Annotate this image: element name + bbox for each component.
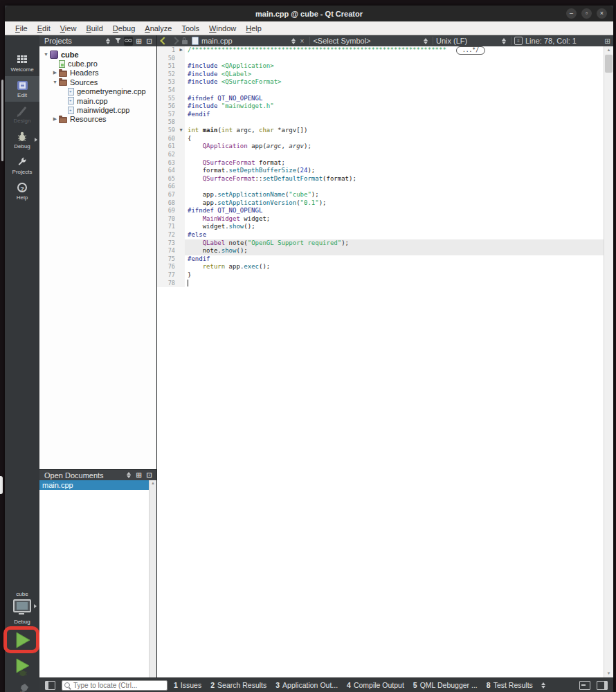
- tree-item-main.cpp[interactable]: main.cpp: [39, 96, 156, 105]
- tree-item-cube[interactable]: ▼cube: [39, 50, 156, 59]
- maximize-button[interactable]: ▫: [581, 8, 592, 19]
- kit-selector-arrow-icon[interactable]: [34, 604, 37, 608]
- back-icon[interactable]: [160, 37, 167, 44]
- code-line[interactable]: 57#endif: [157, 111, 604, 119]
- tree-item-cube.pro[interactable]: cube.pro: [39, 59, 156, 68]
- fold-marker-icon[interactable]: ▶: [177, 46, 185, 55]
- editor-area[interactable]: 1▶/*************************************…: [157, 46, 613, 677]
- code-line[interactable]: 77}: [157, 271, 604, 280]
- scrollbar-thumb[interactable]: [605, 55, 613, 73]
- symbol-selector[interactable]: <Select Symbol>: [313, 37, 430, 45]
- toggle-left-sidebar-icon[interactable]: [45, 681, 55, 690]
- mode-edit[interactable]: Edit: [5, 76, 39, 102]
- code-line[interactable]: 78: [157, 280, 604, 288]
- code-line[interactable]: 71 widget.show();: [157, 223, 604, 231]
- document-dropdown-icon[interactable]: [291, 38, 296, 44]
- expander-icon[interactable]: ▶: [51, 116, 59, 122]
- code-line[interactable]: 76 return app.exec();: [157, 263, 604, 271]
- build-hammer-button[interactable]: [13, 682, 31, 692]
- run-button[interactable]: [14, 631, 32, 652]
- output-panes-menu-icon[interactable]: [541, 682, 545, 689]
- open-documents-scrollbar[interactable]: ▲: [149, 480, 156, 677]
- code-line[interactable]: 69#ifndef QT_NO_OPENGL: [157, 207, 604, 215]
- minimize-button[interactable]: –: [566, 8, 577, 19]
- menu-build[interactable]: Build: [81, 24, 107, 33]
- expander-icon[interactable]: ▶: [51, 70, 59, 75]
- menu-analyze[interactable]: Analyze: [140, 24, 176, 33]
- console-icon[interactable]: [579, 681, 590, 690]
- code-line[interactable]: 59▼int main(int argc, char *argv[]): [157, 127, 604, 135]
- tree-item-Sources[interactable]: ▼Sources: [39, 78, 156, 86]
- toggle-right-sidebar-icon[interactable]: [597, 681, 608, 690]
- editor-scrollbar[interactable]: ▲ ▼: [604, 46, 613, 677]
- code-line[interactable]: 64 format.setDepthBufferSize(24);: [157, 167, 604, 175]
- locator[interactable]: [62, 680, 167, 691]
- code-line[interactable]: 60{: [157, 135, 604, 143]
- fold-marker-icon[interactable]: ▼: [177, 127, 185, 135]
- menu-tools[interactable]: Tools: [176, 24, 204, 33]
- code-line[interactable]: 1▶/*************************************…: [157, 46, 604, 55]
- mode-welcome[interactable]: Welcome: [5, 51, 39, 76]
- output-pane-compile-output[interactable]: 4Compile Output: [347, 681, 404, 689]
- symbol-dropdown-icon[interactable]: [424, 38, 428, 44]
- close-panel-icon[interactable]: ⊡: [145, 37, 154, 46]
- panel-chooser-icon[interactable]: [106, 38, 110, 44]
- debug-run-button[interactable]: [14, 658, 32, 680]
- split-panel-icon[interactable]: ⊞: [134, 37, 143, 46]
- kit-selector-monitor-icon[interactable]: [13, 599, 31, 612]
- code-line[interactable]: 75#endif: [157, 255, 604, 264]
- menu-window[interactable]: Window: [204, 24, 241, 33]
- forward-icon[interactable]: [171, 37, 179, 44]
- mode-debug[interactable]: Debug: [5, 127, 39, 153]
- code-line[interactable]: 61 QApplication app(argc, argv);: [157, 143, 604, 151]
- code-line[interactable]: 68 app.setApplicationVersion("0.1");: [157, 199, 604, 208]
- code-line[interactable]: 65 QSurfaceFormat::setDefaultFormat(form…: [157, 175, 604, 183]
- mode-help[interactable]: ? Help: [5, 179, 39, 204]
- tree-item-mainwidget.cpp[interactable]: mainwidget.cpp: [39, 105, 156, 114]
- panel-chooser-icon[interactable]: [127, 472, 131, 478]
- menu-view[interactable]: View: [55, 24, 82, 33]
- code-line[interactable]: 72#else: [157, 231, 604, 239]
- line-ending-selector[interactable]: Unix (LF): [436, 37, 508, 45]
- code-line[interactable]: 54: [157, 86, 604, 95]
- code-line[interactable]: 58: [157, 118, 604, 127]
- code-line[interactable]: 62: [157, 151, 604, 159]
- code-line[interactable]: 63 QSurfaceFormat format;: [157, 159, 604, 167]
- code-line[interactable]: 70 MainWidget widget;: [157, 215, 604, 224]
- menu-file[interactable]: File: [10, 24, 33, 33]
- output-pane-test-results[interactable]: 8Test Results: [487, 681, 533, 689]
- code-line[interactable]: 73 QLabel note("OpenGL Support required"…: [157, 239, 604, 248]
- output-pane-application-out-[interactable]: 3Application Out...: [275, 681, 338, 689]
- code-line[interactable]: 52#include <QLabel>: [157, 71, 604, 79]
- code-line[interactable]: 51#include <QApplication>: [157, 62, 604, 71]
- split-editor-icon[interactable]: ⊞: [603, 37, 612, 46]
- code-line[interactable]: 74 note.show();: [157, 247, 604, 255]
- code-line[interactable]: 50: [157, 55, 604, 63]
- folded-comment-placeholder[interactable]: ...*/: [456, 46, 485, 55]
- menu-help[interactable]: Help: [241, 24, 266, 33]
- locator-input[interactable]: [62, 680, 167, 691]
- code-line[interactable]: 67 app.setApplicationName("cube");: [157, 191, 604, 199]
- debug-menu-arrow-icon[interactable]: [35, 138, 37, 142]
- tree-item-geometryengine.cpp[interactable]: geometryengine.cpp: [39, 87, 156, 96]
- document-selector[interactable]: main.cpp: [190, 37, 298, 45]
- expander-icon[interactable]: ▼: [51, 80, 59, 84]
- close-document-icon[interactable]: ×: [298, 37, 307, 45]
- code-line[interactable]: 56#include "mainwidget.h": [157, 102, 604, 111]
- code-editor[interactable]: 1▶/*************************************…: [157, 46, 604, 677]
- close-button[interactable]: ×: [597, 8, 607, 19]
- output-pane-qml-debugger-[interactable]: 5QML Debugger ...: [413, 681, 478, 689]
- mode-projects[interactable]: Projects: [5, 153, 39, 179]
- code-line[interactable]: 55#ifndef QT_NO_OPENGL: [157, 95, 604, 103]
- close-panel-icon[interactable]: ⊡: [145, 471, 154, 480]
- filter-icon[interactable]: [114, 37, 123, 46]
- menu-debug[interactable]: Debug: [108, 24, 140, 33]
- scroll-down-icon[interactable]: ▼: [604, 670, 613, 677]
- code-line[interactable]: 66: [157, 183, 604, 191]
- output-pane-search-results[interactable]: 2Search Results: [210, 681, 266, 689]
- expander-icon[interactable]: ▼: [42, 52, 50, 57]
- tree-item-Resources[interactable]: ▶Resources: [39, 115, 156, 124]
- open-doc-item[interactable]: main.cpp: [39, 480, 156, 490]
- split-panel-icon[interactable]: ⊞: [134, 471, 143, 480]
- menu-edit[interactable]: Edit: [33, 24, 55, 33]
